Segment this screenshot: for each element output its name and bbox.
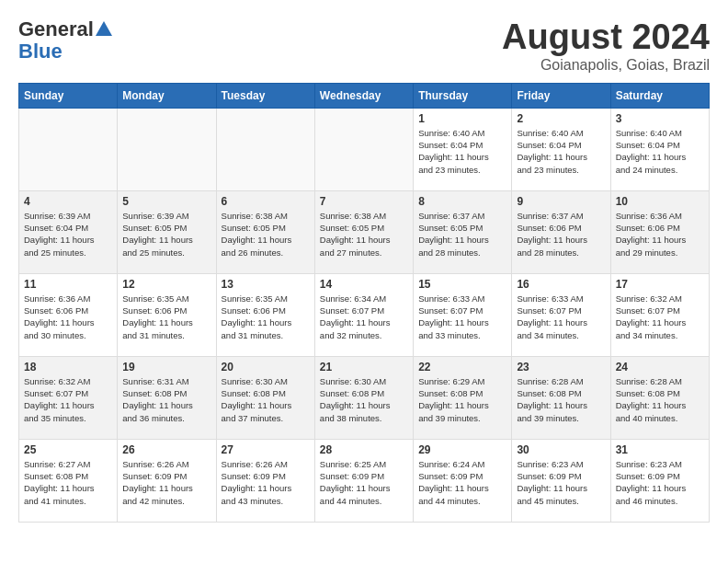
calendar-cell — [216, 108, 314, 190]
day-number: 27 — [222, 443, 310, 456]
calendar-cell: 23Sunrise: 6:28 AM Sunset: 6:08 PM Dayli… — [512, 356, 610, 439]
day-number: 13 — [222, 278, 310, 291]
calendar-cell: 21Sunrise: 6:30 AM Sunset: 6:08 PM Dayli… — [314, 356, 413, 439]
calendar-week-row: 1Sunrise: 6:40 AM Sunset: 6:04 PM Daylig… — [19, 108, 710, 190]
weekday-header-thursday: Thursday — [414, 83, 512, 108]
calendar-cell: 26Sunrise: 6:26 AM Sunset: 6:09 PM Dayli… — [118, 439, 216, 522]
weekday-header-monday: Monday — [118, 83, 216, 108]
day-info: Sunrise: 6:33 AM Sunset: 6:07 PM Dayligh… — [517, 293, 605, 341]
day-info: Sunrise: 6:39 AM Sunset: 6:05 PM Dayligh… — [122, 210, 210, 259]
day-number: 22 — [418, 361, 506, 373]
day-number: 26 — [122, 443, 210, 456]
day-info: Sunrise: 6:23 AM Sunset: 6:09 PM Dayligh… — [616, 458, 704, 507]
calendar-cell: 22Sunrise: 6:29 AM Sunset: 6:08 PM Dayli… — [414, 356, 512, 439]
logo-general-text: General — [18, 18, 94, 40]
calendar-cell: 3Sunrise: 6:40 AM Sunset: 6:04 PM Daylig… — [610, 108, 709, 190]
weekday-header-wednesday: Wednesday — [314, 83, 413, 108]
logo: General Blue — [18, 18, 112, 63]
day-info: Sunrise: 6:28 AM Sunset: 6:08 PM Dayligh… — [616, 375, 704, 424]
day-info: Sunrise: 6:26 AM Sunset: 6:09 PM Dayligh… — [122, 458, 210, 507]
day-info: Sunrise: 6:32 AM Sunset: 6:07 PM Dayligh… — [24, 375, 112, 424]
title-section: August 2024 Goianapolis, Goias, Brazil — [502, 18, 710, 74]
day-info: Sunrise: 6:28 AM Sunset: 6:08 PM Dayligh… — [517, 375, 605, 424]
calendar-cell: 12Sunrise: 6:35 AM Sunset: 6:06 PM Dayli… — [118, 273, 216, 356]
calendar-cell: 25Sunrise: 6:27 AM Sunset: 6:08 PM Dayli… — [19, 439, 118, 522]
calendar-cell: 6Sunrise: 6:38 AM Sunset: 6:05 PM Daylig… — [216, 190, 314, 273]
calendar-week-row: 25Sunrise: 6:27 AM Sunset: 6:08 PM Dayli… — [19, 439, 710, 522]
weekday-header-row: SundayMondayTuesdayWednesdayThursdayFrid… — [19, 83, 710, 108]
calendar-cell: 29Sunrise: 6:24 AM Sunset: 6:09 PM Dayli… — [414, 439, 512, 522]
calendar-cell: 28Sunrise: 6:25 AM Sunset: 6:09 PM Dayli… — [314, 439, 413, 522]
day-number: 8 — [418, 195, 506, 208]
calendar-cell: 8Sunrise: 6:37 AM Sunset: 6:05 PM Daylig… — [414, 190, 512, 273]
calendar-table: SundayMondayTuesdayWednesdayThursdayFrid… — [18, 83, 710, 523]
day-number: 29 — [418, 443, 506, 456]
weekday-header-saturday: Saturday — [610, 83, 709, 108]
day-number: 14 — [320, 278, 408, 291]
page-header: General Blue August 2024 Goianapolis, Go… — [18, 18, 710, 74]
day-number: 19 — [122, 361, 210, 373]
day-number: 21 — [320, 361, 408, 373]
day-info: Sunrise: 6:32 AM Sunset: 6:07 PM Dayligh… — [616, 293, 704, 341]
calendar-week-row: 18Sunrise: 6:32 AM Sunset: 6:07 PM Dayli… — [19, 356, 710, 439]
day-info: Sunrise: 6:38 AM Sunset: 6:05 PM Dayligh… — [320, 210, 408, 259]
day-number: 30 — [517, 443, 605, 456]
day-info: Sunrise: 6:37 AM Sunset: 6:06 PM Dayligh… — [517, 210, 605, 259]
day-number: 6 — [222, 195, 310, 208]
location-text: Goianapolis, Goias, Brazil — [502, 57, 710, 74]
calendar-cell: 16Sunrise: 6:33 AM Sunset: 6:07 PM Dayli… — [512, 273, 610, 356]
day-number: 2 — [517, 112, 605, 125]
svg-marker-0 — [96, 21, 112, 36]
day-info: Sunrise: 6:29 AM Sunset: 6:08 PM Dayligh… — [418, 375, 506, 424]
calendar-cell: 15Sunrise: 6:33 AM Sunset: 6:07 PM Dayli… — [414, 273, 512, 356]
calendar-cell: 19Sunrise: 6:31 AM Sunset: 6:08 PM Dayli… — [118, 356, 216, 439]
day-number: 3 — [616, 112, 704, 125]
day-number: 24 — [616, 361, 704, 373]
day-info: Sunrise: 6:24 AM Sunset: 6:09 PM Dayligh… — [418, 458, 506, 507]
day-info: Sunrise: 6:26 AM Sunset: 6:09 PM Dayligh… — [222, 458, 310, 507]
day-number: 4 — [24, 195, 112, 208]
calendar-week-row: 4Sunrise: 6:39 AM Sunset: 6:04 PM Daylig… — [19, 190, 710, 273]
calendar-cell: 31Sunrise: 6:23 AM Sunset: 6:09 PM Dayli… — [610, 439, 709, 522]
logo-triangle-icon — [96, 19, 112, 36]
day-number: 23 — [517, 361, 605, 373]
calendar-cell: 9Sunrise: 6:37 AM Sunset: 6:06 PM Daylig… — [512, 190, 610, 273]
calendar-cell: 17Sunrise: 6:32 AM Sunset: 6:07 PM Dayli… — [610, 273, 709, 356]
day-number: 11 — [24, 278, 112, 291]
day-number: 1 — [418, 112, 506, 125]
calendar-cell: 14Sunrise: 6:34 AM Sunset: 6:07 PM Dayli… — [314, 273, 413, 356]
weekday-header-sunday: Sunday — [19, 83, 118, 108]
day-number: 10 — [616, 195, 704, 208]
day-number: 20 — [222, 361, 310, 373]
day-info: Sunrise: 6:35 AM Sunset: 6:06 PM Dayligh… — [122, 293, 210, 341]
calendar-cell: 1Sunrise: 6:40 AM Sunset: 6:04 PM Daylig… — [414, 108, 512, 190]
calendar-cell — [19, 108, 118, 190]
day-number: 16 — [517, 278, 605, 291]
calendar-cell: 27Sunrise: 6:26 AM Sunset: 6:09 PM Dayli… — [216, 439, 314, 522]
calendar-cell: 20Sunrise: 6:30 AM Sunset: 6:08 PM Dayli… — [216, 356, 314, 439]
calendar-week-row: 11Sunrise: 6:36 AM Sunset: 6:06 PM Dayli… — [19, 273, 710, 356]
day-number: 12 — [122, 278, 210, 291]
day-info: Sunrise: 6:23 AM Sunset: 6:09 PM Dayligh… — [517, 458, 605, 507]
day-number: 5 — [122, 195, 210, 208]
day-number: 15 — [418, 278, 506, 291]
day-info: Sunrise: 6:40 AM Sunset: 6:04 PM Dayligh… — [517, 127, 605, 176]
day-info: Sunrise: 6:33 AM Sunset: 6:07 PM Dayligh… — [418, 293, 506, 341]
day-info: Sunrise: 6:30 AM Sunset: 6:08 PM Dayligh… — [222, 375, 310, 424]
day-info: Sunrise: 6:36 AM Sunset: 6:06 PM Dayligh… — [24, 293, 112, 341]
day-number: 17 — [616, 278, 704, 291]
day-info: Sunrise: 6:25 AM Sunset: 6:09 PM Dayligh… — [320, 458, 408, 507]
day-info: Sunrise: 6:40 AM Sunset: 6:04 PM Dayligh… — [418, 127, 506, 176]
day-number: 7 — [320, 195, 408, 208]
weekday-header-friday: Friday — [512, 83, 610, 108]
day-number: 28 — [320, 443, 408, 456]
month-year-title: August 2024 — [502, 18, 710, 57]
calendar-cell: 11Sunrise: 6:36 AM Sunset: 6:06 PM Dayli… — [19, 273, 118, 356]
calendar-cell: 2Sunrise: 6:40 AM Sunset: 6:04 PM Daylig… — [512, 108, 610, 190]
day-number: 25 — [24, 443, 112, 456]
calendar-cell: 18Sunrise: 6:32 AM Sunset: 6:07 PM Dayli… — [19, 356, 118, 439]
day-info: Sunrise: 6:36 AM Sunset: 6:06 PM Dayligh… — [616, 210, 704, 259]
day-info: Sunrise: 6:31 AM Sunset: 6:08 PM Dayligh… — [122, 375, 210, 424]
calendar-cell: 7Sunrise: 6:38 AM Sunset: 6:05 PM Daylig… — [314, 190, 413, 273]
day-info: Sunrise: 6:30 AM Sunset: 6:08 PM Dayligh… — [320, 375, 408, 424]
